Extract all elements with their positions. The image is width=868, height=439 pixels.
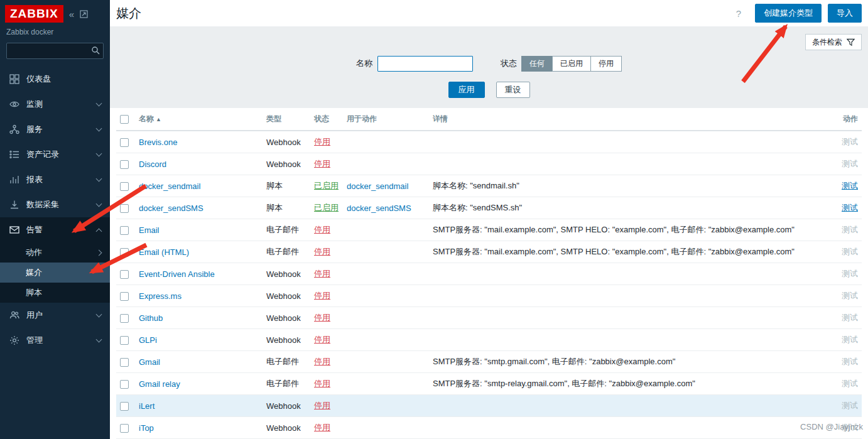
sidebar-item-data-collection[interactable]: 数据采集 bbox=[0, 192, 110, 217]
media-name-link[interactable]: Discord bbox=[139, 160, 166, 169]
create-media-type-button[interactable]: 创建媒介类型 bbox=[755, 4, 822, 23]
media-name-link[interactable]: docker_sendmail bbox=[139, 182, 200, 191]
media-status-link[interactable]: 停用 bbox=[314, 247, 330, 256]
media-status-link[interactable]: 停用 bbox=[314, 225, 330, 234]
media-name-link[interactable]: Event-Driven Ansible bbox=[139, 269, 215, 279]
collapse-sidebar-icon[interactable]: « bbox=[69, 9, 74, 19]
test-link[interactable]: 测试 bbox=[842, 137, 858, 146]
sidebar-item-services[interactable]: 服务 bbox=[0, 117, 110, 142]
chevron-down-icon bbox=[96, 100, 102, 107]
row-checkbox[interactable] bbox=[120, 314, 129, 323]
test-link[interactable]: 测试 bbox=[842, 335, 858, 344]
sidebar-item-scripts[interactable]: 脚本 bbox=[0, 283, 110, 303]
media-name-link[interactable]: Email bbox=[139, 225, 160, 235]
media-name-link[interactable]: Github bbox=[139, 313, 163, 323]
test-link[interactable]: 测试 bbox=[842, 181, 858, 190]
sidebar-item-monitoring[interactable]: 监测 bbox=[0, 92, 110, 117]
search-icon[interactable] bbox=[91, 46, 100, 57]
filter-tab[interactable]: 条件检索 bbox=[805, 34, 862, 50]
used-in-action-link[interactable]: docker_sendSMS bbox=[347, 203, 411, 213]
media-type: Webhook bbox=[263, 263, 310, 285]
sidebar-item-media[interactable]: 媒介 bbox=[0, 263, 110, 283]
test-link[interactable]: 测试 bbox=[842, 291, 858, 300]
media-status-link[interactable]: 停用 bbox=[314, 379, 330, 388]
row-checkbox[interactable] bbox=[120, 270, 129, 279]
media-name-link[interactable]: iLert bbox=[139, 401, 155, 411]
used-in-action-link[interactable]: docker_sendmail bbox=[347, 182, 408, 191]
test-link[interactable]: 测试 bbox=[842, 401, 858, 410]
filter-form: 名称 状态 任何 已启用 停用 应用 重设 bbox=[116, 55, 862, 98]
media-name-link[interactable]: docker_sendSMS bbox=[139, 203, 203, 213]
column-header-name[interactable]: 名称▲ bbox=[135, 108, 263, 131]
test-link[interactable]: 测试 bbox=[842, 313, 858, 322]
row-checkbox[interactable] bbox=[120, 336, 129, 345]
sidebar-item-administration[interactable]: 管理 bbox=[0, 328, 110, 353]
sidebar-search-input[interactable] bbox=[6, 43, 104, 59]
media-status-link[interactable]: 已启用 bbox=[314, 181, 339, 190]
status-option-disabled[interactable]: 停用 bbox=[590, 56, 622, 72]
media-name-link[interactable]: Brevis.one bbox=[139, 138, 177, 147]
test-link[interactable]: 测试 bbox=[842, 159, 858, 168]
chevron-down-icon bbox=[96, 176, 102, 182]
media-status-link[interactable]: 停用 bbox=[314, 357, 330, 366]
media-status-link[interactable]: 停用 bbox=[314, 159, 330, 168]
row-checkbox[interactable] bbox=[120, 138, 129, 147]
status-option-any[interactable]: 任何 bbox=[521, 56, 553, 72]
media-status-link[interactable]: 停用 bbox=[314, 291, 330, 300]
reset-button[interactable]: 重设 bbox=[496, 82, 530, 98]
media-status-link[interactable]: 停用 bbox=[314, 423, 330, 432]
media-type: Webhook bbox=[263, 417, 310, 439]
media-status-link[interactable]: 停用 bbox=[314, 313, 330, 322]
media-name-link[interactable]: GLPi bbox=[139, 335, 157, 345]
media-status-link[interactable]: 已启用 bbox=[314, 203, 339, 212]
apply-button[interactable]: 应用 bbox=[448, 82, 485, 98]
test-link[interactable]: 测试 bbox=[842, 269, 858, 278]
row-checkbox[interactable] bbox=[120, 160, 129, 169]
media-status-link[interactable]: 停用 bbox=[314, 335, 330, 344]
media-name-link[interactable]: Express.ms bbox=[139, 291, 182, 301]
row-checkbox[interactable] bbox=[120, 358, 129, 367]
zabbix-logo[interactable]: ZABBIX bbox=[5, 5, 63, 23]
test-link[interactable]: 测试 bbox=[842, 203, 858, 212]
media-status-link[interactable]: 停用 bbox=[314, 401, 330, 410]
test-link[interactable]: 测试 bbox=[842, 225, 858, 234]
test-link[interactable]: 测试 bbox=[842, 423, 858, 432]
row-checkbox[interactable] bbox=[120, 292, 129, 301]
sidebar-logo-row: ZABBIX « bbox=[0, 0, 110, 25]
hide-sidebar-icon[interactable] bbox=[80, 10, 88, 18]
import-button[interactable]: 导入 bbox=[828, 4, 862, 23]
row-checkbox[interactable] bbox=[120, 182, 129, 191]
media-name-link[interactable]: Gmail bbox=[139, 357, 160, 367]
filter-buttons-row: 应用 重设 bbox=[448, 82, 530, 98]
status-option-enabled[interactable]: 已启用 bbox=[552, 56, 591, 72]
sidebar-item-label: 动作 bbox=[26, 247, 42, 258]
row-checkbox[interactable] bbox=[120, 402, 129, 411]
test-link[interactable]: 测试 bbox=[842, 357, 858, 366]
column-header-type[interactable]: 类型 bbox=[263, 108, 310, 131]
select-all-checkbox[interactable] bbox=[120, 115, 129, 124]
help-icon[interactable]: ? bbox=[736, 8, 741, 19]
sidebar-item-alerts[interactable]: 告警 bbox=[0, 217, 110, 242]
media-name-link[interactable]: iTop bbox=[139, 423, 154, 433]
sidebar-item-inventory[interactable]: 资产记录 bbox=[0, 142, 110, 167]
sidebar-item-label: 报表 bbox=[26, 174, 43, 185]
sidebar-item-actions[interactable]: 动作 bbox=[0, 242, 110, 263]
row-checkbox[interactable] bbox=[120, 424, 129, 433]
row-checkbox[interactable] bbox=[120, 380, 129, 389]
test-link[interactable]: 测试 bbox=[842, 379, 858, 388]
row-checkbox[interactable] bbox=[120, 226, 129, 235]
media-table-body: Brevis.one Webhook 停用 测试 Discord Webhook… bbox=[116, 131, 862, 439]
media-name-link[interactable]: Email (HTML) bbox=[139, 247, 189, 257]
media-status-link[interactable]: 停用 bbox=[314, 137, 330, 146]
sidebar-item-reports[interactable]: 报表 bbox=[0, 167, 110, 192]
name-filter-input[interactable] bbox=[377, 56, 473, 72]
row-checkbox[interactable] bbox=[120, 248, 129, 257]
sidebar-item-users[interactable]: 用户 bbox=[0, 303, 110, 328]
media-details bbox=[429, 263, 816, 285]
media-name-link[interactable]: Gmail relay bbox=[139, 379, 180, 389]
media-status-link[interactable]: 停用 bbox=[314, 269, 330, 278]
sidebar-item-dashboard[interactable]: 仪表盘 bbox=[0, 67, 110, 92]
sidebar-nav: 仪表盘 监测 服务 资产记录 bbox=[0, 67, 110, 353]
row-checkbox[interactable] bbox=[120, 204, 129, 213]
test-link[interactable]: 测试 bbox=[842, 247, 858, 256]
